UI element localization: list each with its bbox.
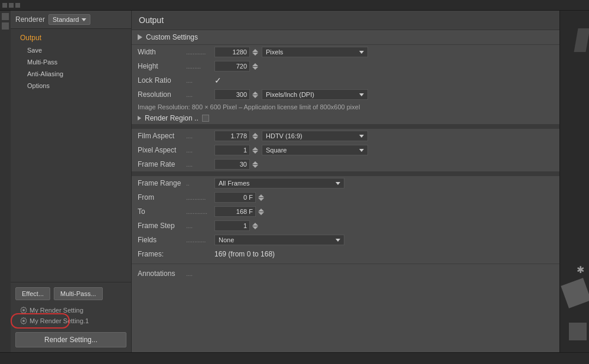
custom-settings-row: Custom Settings bbox=[132, 30, 559, 45]
pixel-aspect-spinner[interactable] bbox=[252, 147, 259, 154]
panel-title: Output bbox=[139, 15, 164, 25]
resolution-unit-arrow bbox=[359, 93, 364, 96]
height-input[interactable] bbox=[214, 61, 250, 72]
lock-ratio-row: Lock Ratio .... ✓ bbox=[132, 73, 559, 87]
render-region-checkbox[interactable] bbox=[202, 115, 209, 122]
fields-dropdown[interactable]: None bbox=[214, 235, 344, 245]
from-spinner[interactable] bbox=[258, 194, 265, 201]
frame-range-label-text: Frame Range bbox=[138, 179, 185, 187]
width-input[interactable] bbox=[214, 47, 250, 57]
width-spin-up[interactable] bbox=[252, 49, 258, 52]
height-spin-down[interactable] bbox=[252, 67, 258, 70]
frame-rate-spin-up[interactable] bbox=[252, 161, 258, 164]
frame-range-dropdown[interactable]: All Frames bbox=[214, 178, 344, 188]
to-input-group bbox=[214, 206, 265, 217]
from-spin-down[interactable] bbox=[258, 198, 264, 201]
film-aspect-unit-dropdown[interactable]: HDTV (16:9) bbox=[262, 131, 368, 141]
film-aspect-unit-arrow bbox=[359, 135, 364, 138]
nav-label-output: Output bbox=[20, 34, 41, 42]
frame-step-label: Frame Step .... bbox=[138, 222, 214, 230]
to-spin-down[interactable] bbox=[258, 212, 264, 215]
frame-rate-spinner[interactable] bbox=[252, 161, 259, 168]
width-label: Width ............ bbox=[138, 48, 214, 56]
section-divider-1 bbox=[132, 124, 559, 129]
image-resolution-text: Image Resolution: 800 × 600 Pixel – Appl… bbox=[138, 103, 360, 110]
resolution-spin-up[interactable] bbox=[252, 92, 258, 95]
width-unit-value: Pixels bbox=[266, 48, 283, 56]
renderer-bar: Renderer Standard bbox=[11, 11, 131, 29]
window-controls bbox=[2, 3, 20, 8]
pixel-aspect-input[interactable] bbox=[214, 145, 250, 155]
dot1 bbox=[2, 3, 7, 8]
pixel-aspect-unit-dropdown[interactable]: Square bbox=[262, 145, 368, 155]
width-unit-dropdown[interactable]: Pixels bbox=[262, 47, 368, 57]
pixel-aspect-label-text: Pixel Aspect bbox=[138, 146, 185, 154]
to-input[interactable] bbox=[214, 206, 256, 217]
frame-step-label-text: Frame Step bbox=[138, 222, 185, 230]
to-spinner[interactable] bbox=[258, 209, 265, 215]
film-aspect-input[interactable] bbox=[214, 131, 250, 141]
height-spin-up[interactable] bbox=[252, 63, 258, 66]
renderer-dropdown[interactable]: Standard bbox=[48, 14, 90, 25]
render-setting-item-2[interactable]: My Render Setting.1 bbox=[15, 316, 126, 326]
resolution-spinner[interactable] bbox=[252, 92, 259, 98]
nav-item-output[interactable]: Output bbox=[11, 31, 131, 44]
frame-rate-input[interactable] bbox=[214, 159, 250, 170]
frame-step-spin-up[interactable] bbox=[252, 223, 258, 226]
cursor-asterisk: ✱ bbox=[577, 264, 584, 275]
film-aspect-spin-down[interactable] bbox=[252, 136, 258, 139]
width-dots: ............ bbox=[186, 49, 214, 56]
btn-row: Effect... Multi-Pass... bbox=[15, 287, 126, 300]
far-right-panel: ✱ bbox=[559, 11, 589, 352]
render-setting-item-1[interactable]: My Render Setting bbox=[15, 305, 126, 316]
pixel-aspect-unit-value: Square bbox=[266, 147, 287, 154]
render-region-toggle[interactable] bbox=[138, 116, 141, 121]
frame-range-label: Frame Range .. bbox=[138, 179, 214, 187]
frame-rate-spin-down[interactable] bbox=[252, 165, 258, 168]
right-panel: Output Custom Settings Width ...........… bbox=[132, 11, 559, 352]
film-aspect-spinner[interactable] bbox=[252, 133, 259, 139]
width-spinner[interactable] bbox=[252, 49, 259, 56]
frame-step-spin-down[interactable] bbox=[252, 226, 258, 229]
height-spinner[interactable] bbox=[252, 63, 259, 70]
frame-rate-label-text: Frame Rate bbox=[138, 160, 185, 168]
pixel-aspect-row: Pixel Aspect .... Square bbox=[132, 143, 559, 157]
to-spin-up[interactable] bbox=[258, 209, 264, 212]
multipass-button[interactable]: Multi-Pass... bbox=[54, 287, 103, 300]
frame-step-spinner[interactable] bbox=[252, 223, 259, 229]
pixel-aspect-spin-down[interactable] bbox=[252, 151, 258, 154]
render-settings-button[interactable]: Render Setting... bbox=[15, 332, 126, 347]
from-spin-up[interactable] bbox=[258, 194, 264, 197]
resolution-spin-down[interactable] bbox=[252, 95, 258, 98]
content-area[interactable]: Custom Settings Width ............ Pixel… bbox=[132, 30, 559, 352]
edge-icon-2 bbox=[2, 22, 9, 30]
width-spin-down[interactable] bbox=[252, 53, 258, 56]
frame-step-input[interactable] bbox=[214, 220, 250, 231]
pixel-aspect-unit-arrow bbox=[359, 149, 364, 152]
frame-range-arrow bbox=[336, 182, 340, 185]
pixel-aspect-spin-up[interactable] bbox=[252, 147, 258, 150]
custom-settings-toggle[interactable] bbox=[138, 34, 142, 40]
resolution-unit-dropdown[interactable]: Pixels/Inch (DPI) bbox=[262, 89, 368, 100]
resolution-input[interactable] bbox=[214, 89, 250, 100]
pixel-aspect-input-group: Square bbox=[214, 145, 368, 155]
frame-range-value: All Frames bbox=[219, 180, 250, 187]
film-aspect-spin-up[interactable] bbox=[252, 133, 258, 136]
from-input[interactable] bbox=[214, 192, 256, 203]
height-input-group bbox=[214, 61, 259, 72]
height-dots: ......... bbox=[186, 63, 214, 70]
nav-item-antialiasing[interactable]: Anti-Aliasing bbox=[11, 68, 131, 80]
top-bar bbox=[0, 0, 589, 11]
nav-item-options[interactable]: Options bbox=[11, 80, 131, 92]
height-label: Height ......... bbox=[138, 62, 214, 70]
effect-button[interactable]: Effect... bbox=[15, 287, 50, 300]
width-input-group: Pixels bbox=[214, 47, 368, 57]
fields-label-text: Fields bbox=[138, 236, 185, 244]
width-unit-arrow bbox=[359, 51, 364, 54]
frame-range-row: Frame Range .. All Frames bbox=[132, 176, 559, 190]
frame-range-dots: .. bbox=[186, 180, 214, 187]
resolution-unit-value: Pixels/Inch (DPI) bbox=[266, 91, 314, 98]
nav-item-multipass[interactable]: Multi-Pass bbox=[11, 56, 131, 68]
nav-label-save: Save bbox=[27, 47, 42, 54]
nav-item-save[interactable]: Save bbox=[11, 44, 131, 56]
